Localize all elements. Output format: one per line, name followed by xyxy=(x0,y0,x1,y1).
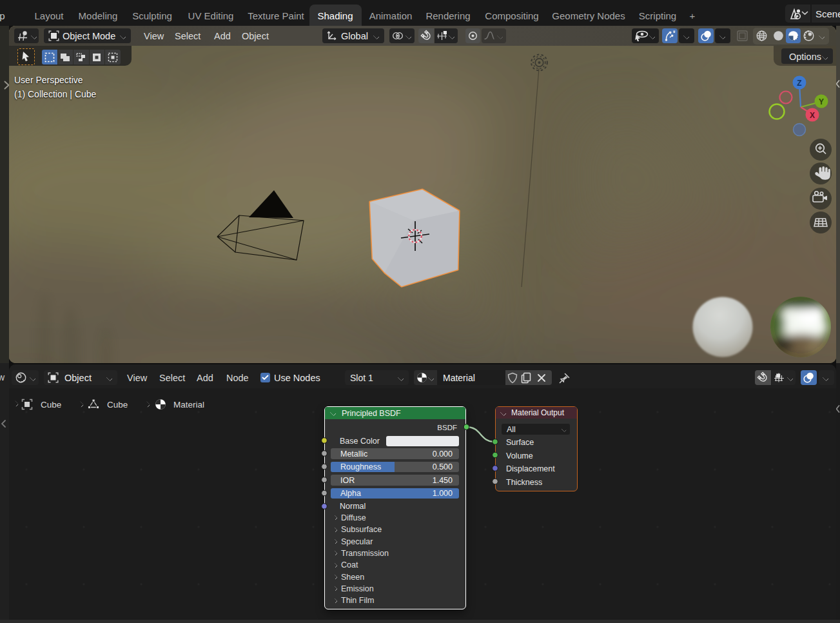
svg-text:Z: Z xyxy=(797,79,801,88)
svg-text:X: X xyxy=(810,111,815,120)
svg-text:Y: Y xyxy=(819,97,824,106)
